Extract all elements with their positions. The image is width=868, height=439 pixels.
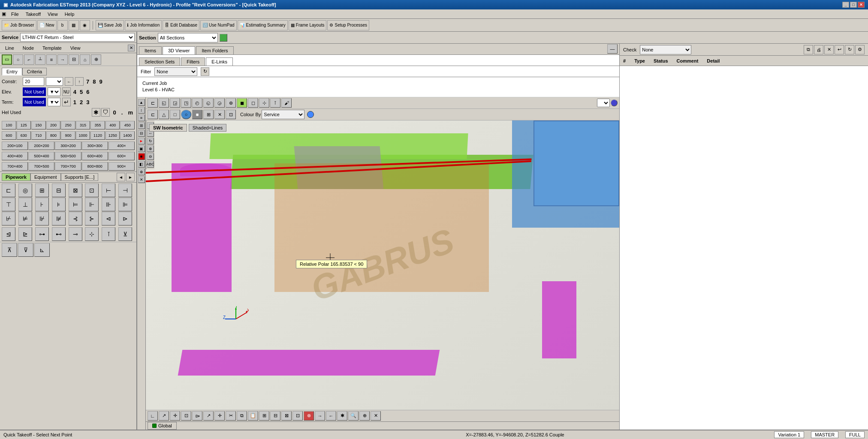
enter-btn[interactable]: ↵	[62, 98, 71, 106]
check-print-icon[interactable]: 🖨	[814, 45, 823, 54]
size-500x500[interactable]: 500×500	[55, 152, 81, 160]
comp-9[interactable]: ⊤	[2, 198, 15, 211]
vt1-btn11[interactable]: ⊹	[259, 98, 269, 108]
comp-6[interactable]: ⊡	[85, 183, 99, 197]
tab-equipment[interactable]: Equipment	[30, 173, 61, 181]
expand-btn2[interactable]: ►	[126, 173, 135, 181]
vt2-x-btn[interactable]: ✕	[214, 110, 225, 119]
size-200x100[interactable]: 200×100	[2, 141, 28, 150]
size-1120[interactable]: 1120	[90, 131, 105, 140]
use-numpad-button[interactable]: 🔢 Use NumPad	[200, 20, 236, 30]
vt1-btn9[interactable]: ◼	[237, 98, 247, 108]
restore-button[interactable]: □	[850, 2, 857, 8]
job-information-button[interactable]: ℹ Job Information	[125, 20, 162, 30]
constr-input[interactable]	[23, 77, 44, 86]
comp-3[interactable]: ⊞	[35, 183, 49, 197]
size-800[interactable]: 800	[46, 131, 61, 140]
vt2-grid[interactable]: ⊡	[226, 110, 236, 119]
size-400[interactable]: 400	[105, 121, 120, 129]
comp-20[interactable]: ⊯	[52, 212, 66, 226]
vt1-btn12[interactable]: ⊺	[270, 98, 280, 108]
vbt-btn6[interactable]: ↗	[203, 411, 214, 421]
toolbar-extra2[interactable]: ◉	[80, 20, 90, 30]
vbt-arrow2[interactable]: ←	[326, 411, 336, 421]
vt1-dot-btn[interactable]	[611, 99, 618, 106]
arrow-icon[interactable]: →	[57, 54, 68, 65]
action-btn2[interactable]: ⊽	[18, 243, 33, 257]
comp-18[interactable]: ⊭	[18, 212, 32, 226]
size-1400[interactable]: 1400	[120, 131, 135, 140]
term-select[interactable]: ▼	[48, 98, 60, 106]
tab-node[interactable]: Node	[19, 45, 37, 51]
vbt-star[interactable]: ✱	[337, 411, 347, 421]
view-dropdown[interactable]	[597, 99, 610, 107]
tab-elinks[interactable]: E-Links	[206, 57, 233, 66]
size-450[interactable]: 450	[120, 121, 135, 129]
nav-btn6[interactable]: ►	[138, 138, 145, 144]
toolbar-b-button[interactable]: b	[57, 20, 68, 30]
nav-btn5[interactable]: ⊟	[138, 130, 145, 137]
nav-btn9[interactable]: ◧	[138, 161, 145, 168]
vt1-btn2[interactable]: ◱	[159, 98, 169, 108]
setup-processes-button[interactable]: ⚙ Setup Processes	[327, 20, 369, 30]
size-900[interactable]: 900	[61, 131, 75, 140]
estimating-summary-button[interactable]: 📊 Estimating Summary	[238, 20, 288, 30]
vt1-btn1[interactable]: ⊏	[148, 98, 158, 108]
vt1-btn7[interactable]: ◶	[214, 98, 225, 108]
corner-icon[interactable]: ⌐	[24, 54, 34, 65]
size-300x300[interactable]: 300×300	[82, 141, 108, 150]
size-500x400[interactable]: 500×400	[28, 152, 54, 160]
badge-sw-isometric[interactable]: SW Isometric	[149, 124, 187, 132]
check-select[interactable]: None	[640, 45, 691, 54]
size-355[interactable]: 355	[90, 121, 105, 129]
comp-25[interactable]: ⊴	[2, 227, 15, 241]
vt1-btn4[interactable]: ◳	[181, 98, 191, 108]
save-job-button[interactable]: 💾 Save Job	[96, 20, 124, 30]
tab-pipework[interactable]: Pipework	[2, 173, 30, 181]
close-button[interactable]: ✕	[858, 2, 865, 8]
menu-view[interactable]: View	[44, 11, 61, 18]
size-400x[interactable]: 400×	[108, 141, 135, 150]
comp-17[interactable]: ⊬	[2, 212, 15, 226]
filter-refresh-btn[interactable]: ↻	[201, 67, 209, 76]
tab-item-folders[interactable]: Item Folders	[196, 46, 233, 54]
tab-filters[interactable]: Filters	[181, 57, 205, 66]
vbt-del[interactable]: ⊗	[304, 411, 314, 421]
service-select[interactable]: LTHW-CT Return - Steel	[20, 33, 135, 42]
action-btn1[interactable]: ⊼	[2, 243, 17, 257]
comp-2[interactable]: ◎	[18, 183, 32, 197]
tool3-icon[interactable]: ⌂	[80, 54, 90, 65]
colour-by-select[interactable]: Service	[262, 110, 304, 119]
comp-14[interactable]: ⊩	[85, 198, 99, 211]
lntv-close[interactable]: ✕	[128, 45, 135, 51]
expand-btn1[interactable]: ◄	[117, 173, 125, 181]
nav-btn8[interactable]: ■	[138, 153, 145, 160]
comp-28[interactable]: ⊷	[52, 227, 66, 241]
vt2-cube[interactable]: □	[170, 110, 180, 119]
rnav-btn6[interactable]: ABC	[147, 161, 154, 168]
comp-30[interactable]: ⊹	[85, 227, 99, 241]
vbt-btn2[interactable]: ↗	[159, 411, 169, 421]
comp-5[interactable]: ⊠	[69, 183, 82, 197]
tab-criteria[interactable]: Criteria	[22, 68, 47, 75]
comp-16[interactable]: ⊫	[118, 198, 132, 211]
vbt-zoom[interactable]: 🔍	[348, 411, 359, 421]
comp-8[interactable]: ⊣	[118, 183, 132, 197]
size-700x700[interactable]: 700×700	[55, 162, 81, 171]
size-1250[interactable]: 1250	[105, 131, 120, 140]
tee-icon[interactable]: ┴	[35, 54, 45, 65]
comp-19[interactable]: ⊮	[35, 212, 49, 226]
tools-btn2[interactable]: ⛉	[101, 108, 110, 117]
vbt-arrow1[interactable]: →	[315, 411, 325, 421]
size-710[interactable]: 710	[31, 131, 46, 140]
vt1-btn10[interactable]: ◻	[248, 98, 258, 108]
circle-icon[interactable]: ○	[13, 54, 23, 65]
vt1-paint[interactable]: 🖌	[281, 98, 292, 108]
size-700x400[interactable]: 700×400	[2, 162, 28, 171]
nav-btn3[interactable]: ≡	[138, 114, 145, 121]
vbt-btn7[interactable]: ✛	[214, 411, 225, 421]
vbt-num1[interactable]: ⊞	[259, 411, 269, 421]
filter-select[interactable]: None	[154, 67, 197, 76]
global-tab[interactable]: Global	[148, 422, 177, 430]
rnav-btn5[interactable]: ⊖	[147, 153, 154, 160]
